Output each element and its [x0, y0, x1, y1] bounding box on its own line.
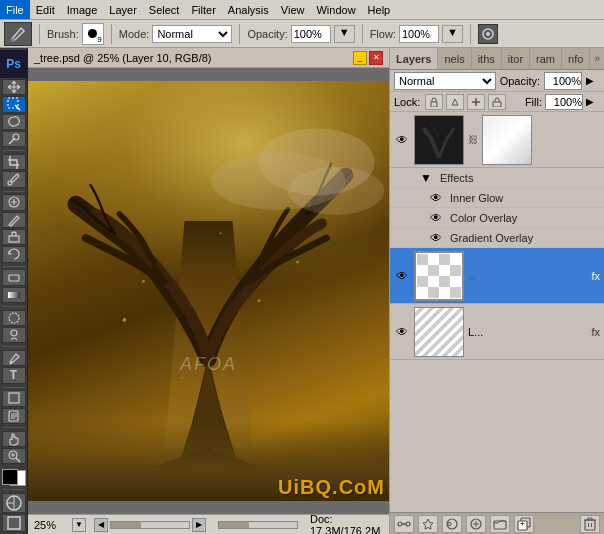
blend-mode-select[interactable]: Normal: [394, 72, 496, 90]
layer-visibility-top[interactable]: 👁: [394, 132, 410, 148]
selection-tool[interactable]: [2, 96, 26, 112]
menu-file[interactable]: File: [0, 0, 30, 19]
panel-collapse-btn[interactable]: »: [590, 51, 604, 67]
tab-iths[interactable]: iths: [472, 48, 502, 69]
effect-name-gradient-overlay: Gradient Overlay: [450, 232, 533, 244]
layer-visibility-selected[interactable]: 👁: [394, 268, 410, 284]
effects-collapse-icon[interactable]: ▼: [420, 171, 436, 185]
menu-analysis[interactable]: Analysis: [222, 0, 275, 19]
menu-select[interactable]: Select: [143, 0, 186, 19]
brush-tool[interactable]: [2, 212, 26, 228]
zoom-options-btn[interactable]: ▼: [72, 518, 86, 532]
lock-row: Lock: Fill: ▶: [390, 92, 604, 112]
hand-tool[interactable]: [2, 431, 26, 447]
lock-image-btn[interactable]: [446, 94, 464, 110]
lasso-tool[interactable]: [2, 114, 26, 130]
effect-row-gradient-overlay[interactable]: 👁 Gradient Overlay: [390, 228, 604, 248]
lock-position-btn[interactable]: [467, 94, 485, 110]
tab-itor[interactable]: itor: [502, 48, 530, 69]
stamp-tool[interactable]: [2, 229, 26, 245]
opacity-input[interactable]: [544, 72, 582, 90]
nav-left-btn[interactable]: ◀: [94, 518, 108, 532]
foreground-color[interactable]: [2, 469, 18, 485]
opacity-input[interactable]: [291, 25, 331, 43]
airbrush-icon[interactable]: [478, 24, 498, 44]
close-btn[interactable]: ✕: [369, 51, 383, 65]
effect-eye-color-overlay[interactable]: 👁: [430, 211, 446, 225]
effect-row-inner-glow[interactable]: 👁 Inner Glow: [390, 188, 604, 208]
new-layer-btn[interactable]: [514, 515, 534, 533]
menu-image[interactable]: Image: [61, 0, 104, 19]
notes-tool[interactable]: [2, 408, 26, 424]
zoom-tool[interactable]: [2, 448, 26, 464]
svg-point-10: [9, 313, 19, 323]
opacity-arrow[interactable]: ▼: [334, 25, 355, 43]
brush-tool-icon[interactable]: [4, 22, 32, 46]
doc-info: Doc: 17.3M/176.2M: [310, 513, 383, 535]
dodge-tool[interactable]: [2, 327, 26, 343]
link-layers-btn[interactable]: [394, 515, 414, 533]
gradient-tool[interactable]: [2, 287, 26, 303]
flow-arrow[interactable]: ▼: [442, 25, 463, 43]
shape-tool[interactable]: [2, 390, 26, 406]
layer-visibility-bottom[interactable]: 👁: [394, 324, 410, 340]
tab-nels[interactable]: nels: [438, 48, 471, 69]
add-mask-btn[interactable]: [442, 515, 462, 533]
scroll-thumb[interactable]: [111, 522, 141, 528]
main-layout: Ps: [0, 48, 604, 534]
menu-view[interactable]: View: [275, 0, 311, 19]
effect-row-color-overlay[interactable]: 👁 Color Overlay: [390, 208, 604, 228]
new-group-btn[interactable]: [490, 515, 510, 533]
lock-transparent-btn[interactable]: [425, 94, 443, 110]
layer-row-top[interactable]: 👁 ⛓: [390, 112, 604, 168]
svg-point-5: [8, 181, 12, 185]
layer-row-bottom[interactable]: 👁 L... fx: [390, 304, 604, 360]
eyedropper-tool[interactable]: [2, 171, 26, 187]
effect-eye-inner-glow[interactable]: 👁: [430, 191, 446, 205]
magic-wand-tool[interactable]: [2, 131, 26, 147]
toolbar-divider-3: [239, 24, 240, 44]
menu-help[interactable]: Help: [362, 0, 397, 19]
blur-tool[interactable]: [2, 310, 26, 326]
hscroll-thumb[interactable]: [219, 522, 249, 528]
layer-row-selected[interactable]: 👁: [390, 248, 604, 304]
svg-rect-16: [8, 517, 20, 529]
tab-nfo[interactable]: nfo: [562, 48, 590, 69]
history-brush-tool[interactable]: [2, 246, 26, 262]
menu-edit[interactable]: Edit: [30, 0, 61, 19]
lock-all-btn[interactable]: [488, 94, 506, 110]
effects-header-row[interactable]: ▼ Effects: [390, 168, 604, 188]
minimize-btn[interactable]: _: [353, 51, 367, 65]
quick-mask-btn[interactable]: [2, 493, 26, 513]
crop-tool[interactable]: [2, 154, 26, 170]
flow-input[interactable]: [399, 25, 439, 43]
menu-layer[interactable]: Layer: [103, 0, 143, 19]
menu-filter[interactable]: Filter: [185, 0, 221, 19]
tab-ram[interactable]: ram: [530, 48, 562, 69]
opacity-arrow-btn[interactable]: ▶: [586, 75, 600, 86]
fill-arrow-btn[interactable]: ▶: [586, 96, 600, 107]
screen-mode-btn[interactable]: [2, 514, 26, 532]
text-tool[interactable]: T: [2, 367, 26, 383]
tool-divider-6: [3, 387, 25, 388]
brush-preview[interactable]: 9: [82, 23, 104, 45]
mode-select[interactable]: Normal: [152, 25, 232, 43]
new-adjustment-btn[interactable]: [466, 515, 486, 533]
healing-brush-tool[interactable]: [2, 194, 26, 210]
fill-input[interactable]: [545, 94, 583, 110]
opacity-label: Opacity:: [500, 75, 540, 87]
ps-logo: Ps: [0, 50, 28, 78]
effect-eye-gradient-overlay[interactable]: 👁: [430, 231, 446, 245]
delete-layer-btn[interactable]: [580, 515, 600, 533]
eraser-tool[interactable]: [2, 269, 26, 285]
layer-style-btn[interactable]: [418, 515, 438, 533]
canvas-window[interactable]: AFOA UiBQ.CoM: [28, 68, 389, 514]
tab-layers[interactable]: Layers: [390, 48, 438, 69]
layer-link-selected: ...: [468, 270, 478, 281]
nav-right-btn[interactable]: ▶: [192, 518, 206, 532]
color-swatches[interactable]: [2, 469, 26, 486]
svg-rect-45: [585, 520, 595, 530]
menu-window[interactable]: Window: [310, 0, 361, 19]
pen-tool[interactable]: [2, 350, 26, 366]
move-tool[interactable]: [2, 79, 26, 95]
